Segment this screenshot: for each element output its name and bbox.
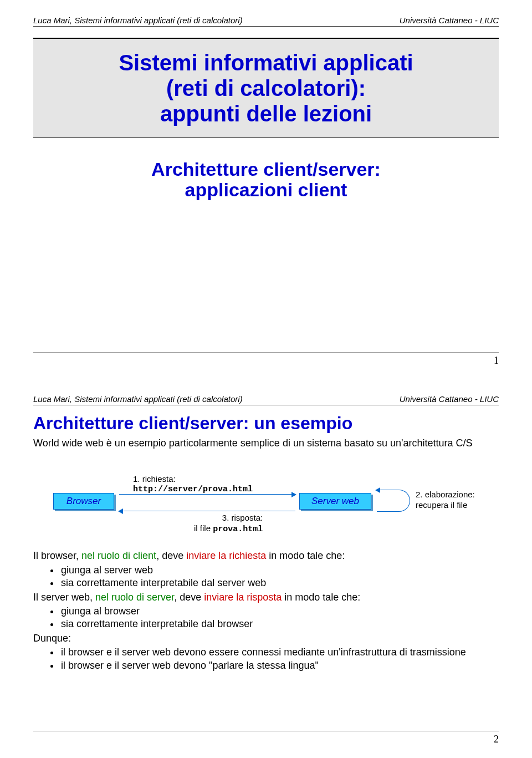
- intro-text: World wide web è un esempio particolarme…: [33, 437, 499, 450]
- client-list: giunga al server web sia correttamente i…: [60, 564, 499, 590]
- header-left: Luca Mari, Sistemi informativi applicati…: [33, 394, 243, 404]
- elaboration-label: 2. elaborazione: recupera il file: [416, 490, 475, 511]
- t: , deve: [156, 550, 186, 561]
- slide-footer: 1: [33, 352, 499, 367]
- t: in modo tale che:: [266, 550, 345, 561]
- res-line1: 3. risposta:: [194, 513, 263, 523]
- elab-line1: 2. elaborazione:: [416, 490, 475, 500]
- res-file-prefix: il file: [194, 523, 213, 533]
- server-box: Server web: [299, 493, 371, 510]
- title-line2: (reti di calcolatori):: [50, 75, 482, 101]
- list-item: il browser e il server web devono "parla…: [60, 659, 499, 672]
- request-label: 1. richiesta: http://server/prova.html: [133, 474, 253, 495]
- list-item: giunga al browser: [60, 605, 499, 618]
- body-text: Il browser, nel ruolo di client, deve in…: [33, 550, 499, 672]
- server-list: giunga al browser sia correttamente inte…: [60, 605, 499, 631]
- cs-diagram: Browser Server web 1. richiesta: http://…: [33, 466, 499, 544]
- response-label: 3. risposta: il file prova.html: [194, 513, 263, 535]
- server-role: nel ruolo di server: [95, 592, 174, 603]
- dunque-label: Dunque:: [33, 632, 499, 645]
- title-block: Sistemi informativi applicati (reti di c…: [33, 38, 499, 138]
- title-line1: Sistemi informativi applicati: [50, 50, 482, 75]
- slide-footer: 2: [33, 731, 499, 745]
- elab-line2: recupera il file: [416, 500, 475, 511]
- title-line3: appunti delle lezioni: [50, 101, 482, 126]
- header-left: Luca Mari, Sistemi informativi applicati…: [33, 16, 243, 25]
- send-response: inviare la risposta: [204, 592, 282, 603]
- send-request: inviare la richiesta: [186, 550, 266, 561]
- slide-heading: Architetture client/server: un esempio: [33, 413, 499, 434]
- subtitle-line2: applicazioni client: [33, 180, 499, 200]
- loop-arrow-icon: [377, 490, 410, 512]
- subtitle-line1: Architetture client/server:: [33, 159, 499, 180]
- page-number: 1: [494, 355, 499, 366]
- t: in modo tale che:: [282, 592, 360, 603]
- header-right: Università Cattaneo - LIUC: [400, 394, 499, 404]
- req-line1: 1. richiesta:: [133, 474, 253, 485]
- subtitle: Architetture client/server: applicazioni…: [33, 159, 499, 201]
- req-url: http://server/prova.html: [133, 485, 253, 495]
- browser-box: Browser: [53, 493, 114, 510]
- client-role: nel ruolo di client: [81, 550, 156, 561]
- list-item: sia correttamente interpretabile dal ser…: [60, 577, 499, 589]
- list-item: sia correttamente interpretabile dal bro…: [60, 618, 499, 630]
- header-right: Università Cattaneo - LIUC: [400, 16, 499, 25]
- page-number: 2: [494, 734, 499, 745]
- slide-1: Luca Mari, Sistemi informativi applicati…: [0, 0, 532, 379]
- client-sentence: Il browser, nel ruolo di client, deve in…: [33, 550, 499, 562]
- t: Il browser,: [33, 550, 81, 561]
- slide-header: Luca Mari, Sistemi informativi applicati…: [33, 0, 499, 27]
- dunque-list: il browser e il server web devono essere…: [60, 646, 499, 672]
- t: Il server web,: [33, 592, 95, 603]
- slide-2: Luca Mari, Sistemi informativi applicati…: [0, 379, 532, 757]
- slide-header: Luca Mari, Sistemi informativi applicati…: [33, 379, 499, 405]
- res-file: prova.html: [213, 525, 263, 534]
- list-item: giunga al server web: [60, 564, 499, 577]
- t: , deve: [174, 592, 204, 603]
- response-arrow-icon: [119, 511, 295, 511]
- server-sentence: Il server web, nel ruolo di server, deve…: [33, 591, 499, 604]
- list-item: il browser e il server web devono essere…: [60, 646, 499, 659]
